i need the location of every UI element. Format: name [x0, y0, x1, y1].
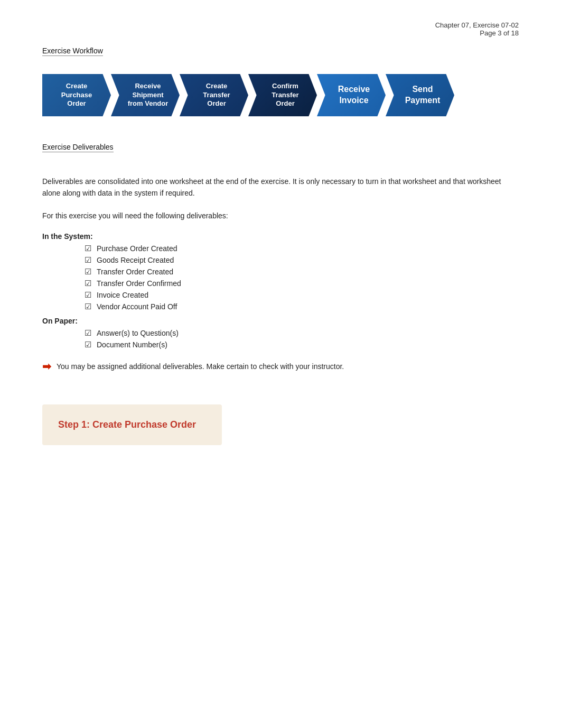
item-text: Transfer Order Created — [97, 268, 173, 276]
workflow-step-1: CreatePurchaseOrder — [42, 74, 111, 116]
checkbox-icon: ☑ — [85, 279, 91, 288]
checkbox-icon: ☑ — [85, 340, 91, 349]
list-item: ☑ Goods Receipt Created — [85, 255, 519, 265]
checkbox-icon: ☑ — [85, 244, 91, 253]
item-text: Transfer Order Confirmed — [97, 279, 181, 288]
item-text: Document Number(s) — [97, 340, 167, 349]
item-text: Vendor Account Paid Off — [97, 302, 177, 311]
workflow-step-2: ReceiveShipmentfrom Vendor — [111, 74, 180, 116]
list-item: ☑ Transfer Order Created — [85, 267, 519, 277]
item-text: Goods Receipt Created — [97, 256, 174, 264]
item-text: Invoice Created — [97, 291, 148, 299]
arrow-icon: ➡ — [42, 360, 51, 373]
step1-title: Step 1: Create Purchase Order — [58, 419, 206, 430]
exercise-workflow-title: Exercise Workflow — [42, 47, 103, 56]
chapter-line: Chapter 07, Exercise 07-02 — [42, 21, 519, 29]
list-item: ☑ Purchase Order Created — [85, 244, 519, 253]
deliverables-intro2: For this exercise you will need the foll… — [42, 210, 519, 222]
on-paper-section: On Paper: ☑ Answer(s) to Question(s) ☑ D… — [42, 317, 519, 349]
checkbox-icon: ☑ — [85, 255, 91, 265]
in-system-label: In the System: — [42, 232, 519, 241]
checkbox-icon: ☑ — [85, 267, 91, 277]
page-line: Page 3 of 18 — [42, 29, 519, 37]
item-text: Purchase Order Created — [97, 244, 177, 253]
checkbox-icon: ☑ — [85, 328, 91, 338]
additional-note: ➡ You may be assigned additional deliver… — [42, 360, 519, 373]
workflow-step-5: ReceiveInvoice — [317, 74, 386, 116]
note-text: You may be assigned additional deliverab… — [57, 362, 344, 371]
workflow-step-6: SendPayment — [386, 74, 454, 116]
in-system-section: In the System: ☑ Purchase Order Created … — [42, 232, 519, 311]
checkbox-icon: ☑ — [85, 302, 91, 311]
deliverables-section: Deliverables are consolidated into one w… — [42, 176, 519, 373]
deliverables-intro1: Deliverables are consolidated into one w… — [42, 176, 519, 199]
list-item: ☑ Invoice Created — [85, 290, 519, 300]
page-header: Chapter 07, Exercise 07-02 Page 3 of 18 — [42, 21, 519, 37]
workflow-diagram: CreatePurchaseOrder ReceiveShipmentfrom … — [42, 74, 519, 116]
workflow-step-3: CreateTransferOrder — [180, 74, 248, 116]
list-item: ☑ Answer(s) to Question(s) — [85, 328, 519, 338]
exercise-deliverables-title: Exercise Deliverables — [42, 143, 114, 152]
list-item: ☑ Transfer Order Confirmed — [85, 279, 519, 288]
workflow-step-4: ConfirmTransferOrder — [248, 74, 317, 116]
list-item: ☑ Document Number(s) — [85, 340, 519, 349]
checkbox-icon: ☑ — [85, 290, 91, 300]
on-paper-label: On Paper: — [42, 317, 519, 325]
item-text: Answer(s) to Question(s) — [97, 329, 179, 337]
on-paper-list: ☑ Answer(s) to Question(s) ☑ Document Nu… — [85, 328, 519, 349]
in-system-list: ☑ Purchase Order Created ☑ Goods Receipt… — [85, 244, 519, 311]
list-item: ☑ Vendor Account Paid Off — [85, 302, 519, 311]
step1-box: Step 1: Create Purchase Order — [42, 404, 222, 445]
